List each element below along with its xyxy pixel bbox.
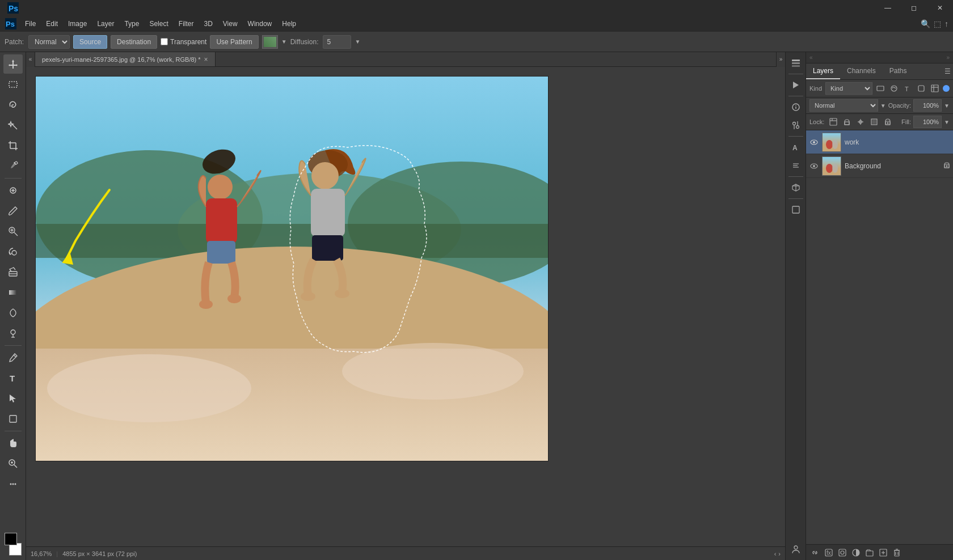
use-pattern-button[interactable]: Use Pattern [210,35,258,49]
collapse-right-arrow[interactable]: » [946,54,950,61]
opacity-dropdown-arrow[interactable]: ▼ [944,103,950,109]
text-tool[interactable]: T [3,368,23,388]
menu-3d[interactable]: 3D [199,19,217,29]
shape-filter-icon[interactable] [916,83,927,94]
menu-file[interactable]: File [20,19,40,29]
patch-mode-dropdown[interactable]: Normal [28,35,70,49]
blend-dropdown-arrow[interactable]: ▼ [880,103,886,109]
people-icon[interactable] [787,541,804,558]
layers-menu-icon[interactable]: ☰ [944,67,951,75]
brush-tool[interactable] [3,201,23,220]
share-icon[interactable]: ↑ [944,19,948,28]
pixel-filter-icon[interactable] [875,83,886,94]
layer-item-background[interactable]: Background [806,154,953,178]
arrange-icon[interactable]: ⬚ [934,19,941,28]
collapse-left-btn[interactable]: « [26,52,35,67]
filter-active-indicator[interactable] [943,85,950,92]
close-button[interactable]: ✕ [927,0,953,16]
fill-input[interactable]: 100% [913,116,942,128]
blend-mode-dropdown[interactable]: Normal [809,99,878,112]
status-arrow-left[interactable]: ‹ [774,550,777,557]
tab-close-btn[interactable]: × [204,56,208,63]
transparent-check[interactable]: Transparent [161,38,206,46]
eraser-tool[interactable] [3,262,23,282]
more-tools[interactable] [3,474,23,494]
pattern-swatch[interactable] [262,35,278,49]
collapse-left-arrow[interactable]: « [809,54,813,61]
fill-dropdown-arrow[interactable]: ▼ [944,119,950,125]
tab-channels[interactable]: Channels [840,63,883,79]
status-arrow-right[interactable]: › [778,550,781,557]
info-icon[interactable] [787,99,804,116]
shape-tool[interactable] [3,409,23,429]
lock-artboard-icon[interactable] [868,116,880,128]
crop-tool[interactable] [3,136,23,155]
delete-layer-btn[interactable] [891,547,903,558]
blur-tool[interactable] [3,303,23,323]
3d-icon[interactable] [787,179,804,196]
new-adj-btn[interactable] [850,547,862,558]
destination-button[interactable]: Destination [111,35,157,49]
text-filter-icon[interactable]: T [902,83,913,94]
zoom-level[interactable]: 16,67% [31,550,52,557]
menu-window[interactable]: Window [243,19,277,29]
hand-tool[interactable] [3,434,23,453]
add-mask-btn[interactable] [837,547,848,558]
tab-layers[interactable]: Layers [806,63,840,79]
zoom-tool[interactable] [3,454,23,473]
clone-stamp-tool[interactable] [3,222,23,241]
move-tool[interactable] [3,54,23,74]
pattern-dropdown-icon[interactable]: ▼ [281,39,287,45]
character-icon[interactable]: A [787,139,804,156]
collapse-right-btn[interactable]: » [776,52,785,67]
kind-filter-dropdown[interactable]: Kind [825,82,872,95]
foreground-color[interactable] [5,533,17,545]
new-layer-btn[interactable] [878,547,889,558]
transparent-checkbox[interactable] [161,38,168,45]
eyedropper-tool[interactable] [3,156,23,176]
menu-layer[interactable]: Layer [92,19,119,29]
pen-tool[interactable] [3,348,23,367]
minimize-button[interactable]: — [875,0,901,16]
menu-help[interactable]: Help [277,19,301,29]
opacity-input[interactable]: 100% [913,99,942,112]
marquee-rect-tool[interactable] [3,75,23,94]
layer-visibility-work[interactable] [809,138,819,147]
adjustment-filter-icon[interactable] [888,83,900,94]
magic-wand-tool[interactable] [3,116,23,135]
layer-visibility-background[interactable] [809,162,819,171]
lock-position-icon[interactable] [855,116,866,128]
menu-image[interactable]: Image [64,19,91,29]
adjustments-icon[interactable] [787,117,804,134]
smart-filter-icon[interactable] [929,83,941,94]
menu-view[interactable]: View [218,19,242,29]
spot-heal-tool[interactable] [3,181,23,200]
tab-paths[interactable]: Paths [883,63,914,79]
source-button[interactable]: Source [73,35,107,49]
menu-edit[interactable]: Edit [41,19,62,29]
lock-pixels-icon[interactable] [828,116,839,128]
paragraph-icon[interactable] [787,157,804,174]
diffusion-input[interactable]: 5 [323,35,351,49]
diffusion-dropdown-icon[interactable]: ▼ [355,39,360,45]
menu-type[interactable]: Type [120,19,144,29]
link-layers-btn[interactable] [809,547,821,558]
layer-item-work[interactable]: work [806,130,953,154]
menu-filter[interactable]: Filter [174,19,199,29]
canvas-tab-main[interactable]: pexels-yuri-manei-2597365.jpg @ 16,7% (w… [35,52,216,66]
restore-button[interactable]: ◻ [901,0,927,16]
lock-all-icon[interactable] [882,116,893,128]
dodge-tool[interactable] [3,324,23,343]
lasso-tool[interactable] [3,95,23,114]
gradient-tool[interactable] [3,283,23,302]
layers-panel-icon[interactable] [787,54,804,71]
play-action-icon[interactable] [787,77,804,94]
new-group-btn[interactable] [864,547,875,558]
lock-image-icon[interactable] [841,116,853,128]
frames-icon[interactable] [787,201,804,218]
path-select-tool[interactable] [3,389,23,408]
menu-select[interactable]: Select [145,19,172,29]
search-icon[interactable]: 🔍 [921,19,930,28]
history-brush-tool[interactable] [3,242,23,261]
add-fx-btn[interactable]: fx [823,547,834,558]
